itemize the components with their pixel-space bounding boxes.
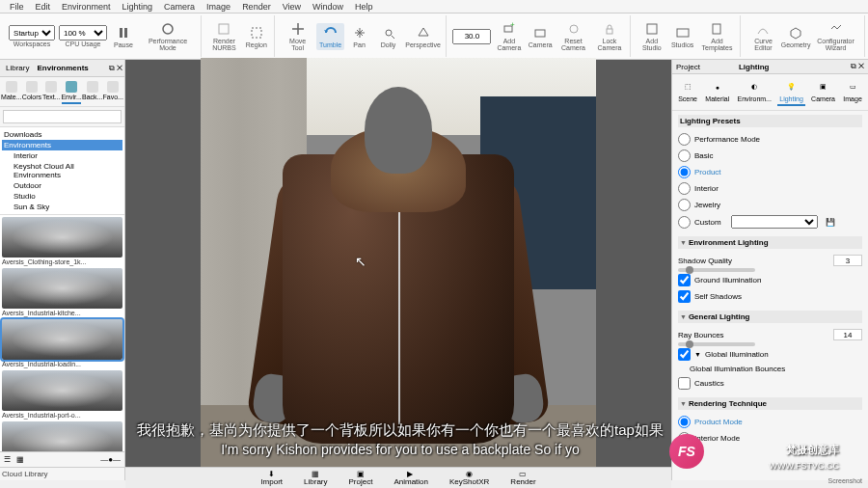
environment-tree[interactable]: Downloads Environments Interior Keyshot … <box>0 127 124 215</box>
preset-basic-radio[interactable] <box>678 149 691 162</box>
tree-downloads[interactable]: Downloads <box>2 129 122 140</box>
tree-studio[interactable]: Studio <box>2 191 122 202</box>
menu-view[interactable]: View <box>277 2 307 12</box>
rendering-technique-title[interactable]: Rendering Technique <box>678 397 862 410</box>
footer-import[interactable]: ⬇Import <box>255 469 288 487</box>
environments-header-tab[interactable]: Environments <box>33 62 92 74</box>
menu-help[interactable]: Help <box>349 2 379 12</box>
library-search-input[interactable] <box>3 110 122 123</box>
tab-image[interactable]: ▭Image <box>841 78 863 106</box>
menu-render[interactable]: Render <box>236 2 277 12</box>
preset-jewelry-radio[interactable] <box>678 199 691 211</box>
reset-camera-button[interactable]: Reset Camera <box>556 19 591 53</box>
tree-cloud-all[interactable]: Keyshot Cloud All Environments <box>2 161 122 180</box>
region-button[interactable]: Region <box>243 23 270 50</box>
camera-button[interactable]: Camera <box>527 23 554 50</box>
ground-illumination-check[interactable] <box>678 274 691 286</box>
project-header-tab[interactable]: Project <box>676 63 700 71</box>
preset-performance-radio[interactable] <box>678 133 691 146</box>
performance-mode-button[interactable]: Performance Mode <box>139 19 197 53</box>
preset-custom-radio[interactable] <box>678 216 691 229</box>
tab-scene[interactable]: ⬚Scene <box>676 78 699 106</box>
tab-environment[interactable]: ◐Environm... <box>736 78 773 106</box>
render-product-radio[interactable] <box>678 416 691 428</box>
tab-colors[interactable]: Colors <box>23 79 41 104</box>
camera-icon: ▣ <box>817 80 830 94</box>
thumb-item[interactable]: Aversis_Industrial-kitche... <box>2 268 122 317</box>
startup-select[interactable]: Startup <box>9 25 55 41</box>
footer-animation[interactable]: ▶Animation <box>388 469 434 487</box>
move-tool-button[interactable]: Move Tool <box>281 19 315 53</box>
self-shadows-check[interactable] <box>678 290 691 303</box>
panel-undock-icon[interactable]: ⧉ ✕ <box>109 64 122 73</box>
workspaces-dropdown[interactable]: Startup Workspaces <box>8 23 56 49</box>
tab-favorites[interactable]: Favo... <box>103 79 122 104</box>
lock-icon <box>602 21 617 37</box>
footer-render[interactable]: ▭Render <box>504 469 541 487</box>
tab-camera[interactable]: ▣Camera <box>809 78 837 106</box>
footer-project[interactable]: ▣Project <box>343 469 379 487</box>
library-header-tab[interactable]: Library <box>2 62 33 74</box>
fps-input[interactable] <box>452 29 491 44</box>
thumb-item[interactable]: Aversis_Office-hallway-d... <box>2 421 122 451</box>
env-lighting-title[interactable]: Environment Lighting <box>678 236 862 249</box>
menu-camera[interactable]: Camera <box>158 2 201 12</box>
general-lighting-title[interactable]: General Lighting <box>678 311 862 323</box>
cpu-select[interactable]: 100 % <box>59 25 107 41</box>
footer-keyshotxr[interactable]: ◉KeyShotXR <box>444 469 495 487</box>
cpu-usage-dropdown[interactable]: 100 % CPU Usage <box>58 23 108 49</box>
pan-button[interactable]: Pan <box>346 23 373 50</box>
lock-camera-button[interactable]: Lock Camera <box>593 19 626 53</box>
grid-view-icon[interactable]: ▦ <box>16 455 24 464</box>
cloud-library-link[interactable]: Cloud Library <box>0 467 124 480</box>
add-templates-button[interactable]: Add Templates <box>698 19 737 53</box>
panel-controls-icon[interactable]: ⧉ ✕ <box>851 62 864 71</box>
curve-editor-button[interactable]: Curve Editor <box>746 19 779 53</box>
menu-window[interactable]: Window <box>307 2 349 12</box>
tumble-button[interactable]: Tumble <box>316 23 343 50</box>
preset-interior-radio[interactable] <box>678 182 691 195</box>
render-nurbs-button[interactable]: Render NURBS <box>207 19 241 53</box>
thumb-item[interactable]: Aversis_Clothing-store_1k... <box>2 217 122 266</box>
custom-preset-select[interactable] <box>731 215 818 229</box>
menu-edit[interactable]: Edit <box>30 2 57 12</box>
render-viewport[interactable]: ↖ <box>125 60 671 480</box>
list-view-icon[interactable]: ☰ <box>4 455 11 464</box>
menu-file[interactable]: File <box>4 2 30 12</box>
menu-environment[interactable]: Environment <box>56 2 117 12</box>
tab-backplates[interactable]: Back... <box>83 79 102 104</box>
shadow-quality-input[interactable] <box>833 255 862 266</box>
tab-materials[interactable]: Mate... <box>2 79 21 104</box>
studios-button[interactable]: Studios <box>669 23 696 50</box>
tab-lighting[interactable]: 💡Lighting <box>777 78 805 106</box>
geometry-button[interactable]: Geometry <box>782 23 810 50</box>
configurator-button[interactable]: Configurator Wizard <box>811 19 859 53</box>
pause-button[interactable]: Pause <box>110 23 137 50</box>
dolly-button[interactable]: Dolly <box>375 23 402 50</box>
caustics-check[interactable] <box>678 377 691 390</box>
tree-interior[interactable]: Interior <box>2 150 122 161</box>
tab-environments[interactable]: Envir... <box>62 79 81 104</box>
thumb-item[interactable]: Aversis_Industrial-port-o... <box>2 370 122 420</box>
save-preset-icon[interactable]: 💾 <box>826 218 835 227</box>
tree-sunsky[interactable]: Sun & Sky <box>2 202 122 212</box>
tree-environments[interactable]: Environments <box>2 140 122 150</box>
perspective-button[interactable]: Perspective <box>404 23 443 50</box>
tab-textures[interactable]: Text... <box>42 79 60 104</box>
add-camera-button[interactable]: +Add Camera <box>493 19 525 53</box>
ray-bounces-slider[interactable] <box>678 342 755 346</box>
ray-bounces-input[interactable] <box>833 329 862 340</box>
tab-material[interactable]: ●Material <box>703 78 731 106</box>
lighting-header-tab[interactable]: Lighting <box>739 63 770 71</box>
preset-product-radio[interactable] <box>678 166 691 178</box>
menu-bar: File Edit Environment Lighting Camera Im… <box>0 0 868 14</box>
add-studio-button[interactable]: Add Studio <box>637 19 667 53</box>
menu-image[interactable]: Image <box>201 2 236 12</box>
footer-library[interactable]: ▦Library <box>298 469 333 487</box>
tree-outdoor[interactable]: Outdoor <box>2 180 122 191</box>
shadow-quality-slider[interactable] <box>678 268 755 272</box>
zoom-slider-icon[interactable]: —●— <box>100 455 121 464</box>
menu-lighting[interactable]: Lighting <box>117 2 159 12</box>
thumb-item[interactable]: Aversis_Industrial-loadin... <box>2 319 122 368</box>
global-illumination-check[interactable] <box>678 348 691 361</box>
